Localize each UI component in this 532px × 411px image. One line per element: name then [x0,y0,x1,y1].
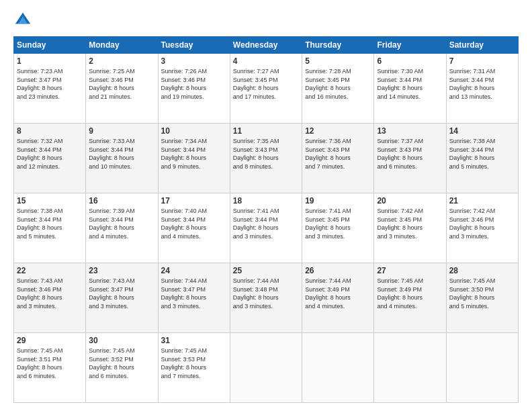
day-number: 21 [449,196,515,205]
day-number: 26 [305,266,371,275]
day-number: 29 [17,336,83,345]
calendar-day-cell: 31Sunrise: 7:45 AM Sunset: 3:53 PM Dayli… [158,333,230,403]
calendar-day-cell: 9Sunrise: 7:33 AM Sunset: 3:44 PM Daylig… [86,124,158,193]
day-number: 19 [305,196,371,205]
calendar-day-cell: 11Sunrise: 7:35 AM Sunset: 3:43 PM Dayli… [230,124,302,193]
day-number: 12 [305,126,371,136]
day-info: Sunrise: 7:44 AM Sunset: 3:48 PM Dayligh… [233,277,299,310]
day-info: Sunrise: 7:44 AM Sunset: 3:47 PM Dayligh… [161,277,227,310]
day-info: Sunrise: 7:33 AM Sunset: 3:44 PM Dayligh… [89,137,154,171]
day-info: Sunrise: 7:25 AM Sunset: 3:46 PM Dayligh… [89,67,154,101]
calendar-day-cell: 2Sunrise: 7:25 AM Sunset: 3:46 PM Daylig… [86,54,158,124]
day-number: 13 [377,126,443,136]
day-info: Sunrise: 7:45 AM Sunset: 3:52 PM Dayligh… [89,347,154,380]
day-number: 8 [17,126,83,136]
calendar-day-cell: 5Sunrise: 7:28 AM Sunset: 3:45 PM Daylig… [302,54,374,124]
calendar-day-cell: 27Sunrise: 7:45 AM Sunset: 3:49 PM Dayli… [374,263,446,333]
weekday-header: Thursday [302,37,374,54]
calendar-day-cell: 30Sunrise: 7:45 AM Sunset: 3:52 PM Dayli… [86,333,158,403]
weekday-header: Sunday [14,37,86,54]
day-number: 11 [233,126,299,136]
day-info: Sunrise: 7:41 AM Sunset: 3:44 PM Dayligh… [233,207,299,240]
day-info: Sunrise: 7:38 AM Sunset: 3:44 PM Dayligh… [17,207,83,240]
weekday-header: Wednesday [230,37,302,54]
logo [13,11,34,30]
calendar-day-cell: 10Sunrise: 7:34 AM Sunset: 3:44 PM Dayli… [158,124,230,193]
calendar-day-cell: 23Sunrise: 7:43 AM Sunset: 3:47 PM Dayli… [86,263,158,333]
day-number: 23 [89,266,154,275]
calendar-day-cell: 26Sunrise: 7:44 AM Sunset: 3:49 PM Dayli… [302,263,374,333]
weekday-header: Saturday [446,37,518,54]
calendar-day-cell: 7Sunrise: 7:31 AM Sunset: 3:44 PM Daylig… [446,54,518,124]
day-number: 24 [161,266,227,275]
day-info: Sunrise: 7:40 AM Sunset: 3:44 PM Dayligh… [161,207,227,240]
page: SundayMondayTuesdayWednesdayThursdayFrid… [0,0,532,411]
calendar-day-cell: 28Sunrise: 7:45 AM Sunset: 3:50 PM Dayli… [446,263,518,333]
day-info: Sunrise: 7:28 AM Sunset: 3:45 PM Dayligh… [305,67,371,101]
day-info: Sunrise: 7:23 AM Sunset: 3:47 PM Dayligh… [17,67,83,101]
day-info: Sunrise: 7:35 AM Sunset: 3:43 PM Dayligh… [233,137,299,171]
calendar-week-row: 8Sunrise: 7:32 AM Sunset: 3:44 PM Daylig… [14,124,519,193]
day-number: 18 [233,196,299,205]
header [13,11,519,30]
day-info: Sunrise: 7:31 AM Sunset: 3:44 PM Dayligh… [449,67,515,101]
day-info: Sunrise: 7:30 AM Sunset: 3:44 PM Dayligh… [377,67,443,101]
calendar-week-row: 29Sunrise: 7:45 AM Sunset: 3:51 PM Dayli… [14,333,519,403]
day-number: 31 [161,336,227,345]
day-info: Sunrise: 7:34 AM Sunset: 3:44 PM Dayligh… [161,137,227,171]
calendar-day-cell: 4Sunrise: 7:27 AM Sunset: 3:45 PM Daylig… [230,54,302,124]
calendar-header-row: SundayMondayTuesdayWednesdayThursdayFrid… [14,37,519,54]
calendar-day-cell: 29Sunrise: 7:45 AM Sunset: 3:51 PM Dayli… [14,333,86,403]
day-info: Sunrise: 7:43 AM Sunset: 3:46 PM Dayligh… [17,277,83,310]
day-info: Sunrise: 7:45 AM Sunset: 3:51 PM Dayligh… [17,347,83,380]
day-info: Sunrise: 7:32 AM Sunset: 3:44 PM Dayligh… [17,137,83,171]
day-number: 14 [449,126,515,136]
calendar-day-cell [446,333,518,403]
day-info: Sunrise: 7:41 AM Sunset: 3:45 PM Dayligh… [305,207,371,240]
weekday-header: Monday [86,37,158,54]
day-number: 4 [233,56,299,66]
calendar-week-row: 1Sunrise: 7:23 AM Sunset: 3:47 PM Daylig… [14,54,519,124]
day-number: 9 [89,126,154,136]
day-number: 7 [449,56,515,66]
day-info: Sunrise: 7:42 AM Sunset: 3:45 PM Dayligh… [377,207,443,240]
day-info: Sunrise: 7:45 AM Sunset: 3:53 PM Dayligh… [161,347,227,380]
day-info: Sunrise: 7:42 AM Sunset: 3:46 PM Dayligh… [449,207,515,240]
day-number: 3 [161,56,227,66]
calendar-day-cell: 21Sunrise: 7:42 AM Sunset: 3:46 PM Dayli… [446,193,518,263]
day-info: Sunrise: 7:45 AM Sunset: 3:49 PM Dayligh… [377,277,443,310]
calendar-day-cell: 22Sunrise: 7:43 AM Sunset: 3:46 PM Dayli… [14,263,86,333]
calendar-day-cell: 6Sunrise: 7:30 AM Sunset: 3:44 PM Daylig… [374,54,446,124]
calendar-week-row: 22Sunrise: 7:43 AM Sunset: 3:46 PM Dayli… [14,263,519,333]
day-number: 6 [377,56,443,66]
day-number: 1 [17,56,83,66]
day-number: 10 [161,126,227,136]
calendar-day-cell: 8Sunrise: 7:32 AM Sunset: 3:44 PM Daylig… [14,124,86,193]
calendar-day-cell: 15Sunrise: 7:38 AM Sunset: 3:44 PM Dayli… [14,193,86,263]
calendar-day-cell: 24Sunrise: 7:44 AM Sunset: 3:47 PM Dayli… [158,263,230,333]
day-number: 15 [17,196,83,205]
day-number: 5 [305,56,371,66]
day-number: 17 [161,196,227,205]
day-info: Sunrise: 7:26 AM Sunset: 3:46 PM Dayligh… [161,67,227,101]
day-number: 25 [233,266,299,275]
calendar-week-row: 15Sunrise: 7:38 AM Sunset: 3:44 PM Dayli… [14,193,519,263]
day-info: Sunrise: 7:37 AM Sunset: 3:43 PM Dayligh… [377,137,443,171]
day-info: Sunrise: 7:38 AM Sunset: 3:44 PM Dayligh… [449,137,515,171]
calendar-day-cell: 16Sunrise: 7:39 AM Sunset: 3:44 PM Dayli… [86,193,158,263]
day-info: Sunrise: 7:36 AM Sunset: 3:43 PM Dayligh… [305,137,371,171]
day-number: 27 [377,266,443,275]
calendar-day-cell: 13Sunrise: 7:37 AM Sunset: 3:43 PM Dayli… [374,124,446,193]
day-number: 28 [449,266,515,275]
day-info: Sunrise: 7:43 AM Sunset: 3:47 PM Dayligh… [89,277,154,310]
day-info: Sunrise: 7:39 AM Sunset: 3:44 PM Dayligh… [89,207,154,240]
day-number: 16 [89,196,154,205]
calendar-day-cell: 19Sunrise: 7:41 AM Sunset: 3:45 PM Dayli… [302,193,374,263]
day-number: 20 [377,196,443,205]
calendar-day-cell [374,333,446,403]
calendar-table: SundayMondayTuesdayWednesdayThursdayFrid… [13,36,519,403]
calendar-day-cell [302,333,374,403]
weekday-header: Tuesday [158,37,230,54]
day-info: Sunrise: 7:27 AM Sunset: 3:45 PM Dayligh… [233,67,299,101]
day-number: 30 [89,336,154,345]
